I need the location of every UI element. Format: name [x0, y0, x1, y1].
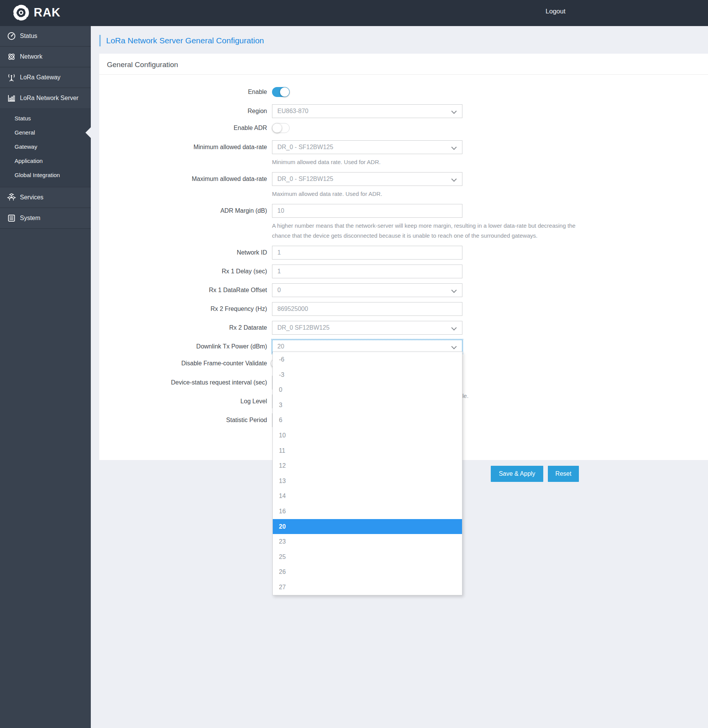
dropdown-option-selected[interactable]: 20 — [273, 519, 462, 534]
dropdown-option[interactable]: 6 — [273, 412, 462, 428]
chevron-down-icon — [451, 176, 457, 182]
network-id-label: Network ID — [99, 246, 272, 260]
dropdown-option[interactable]: 26 — [273, 564, 462, 580]
dropdown-option[interactable]: 14 — [273, 488, 462, 504]
sidebar-item-system[interactable]: System — [0, 208, 91, 229]
top-bar: RAK Logout — [0, 0, 708, 26]
sidebar-item-status[interactable]: Status — [0, 26, 91, 47]
max-datarate-value: DR_0 - SF12BW125 — [277, 176, 333, 182]
dropdown-option[interactable]: 27 — [273, 580, 462, 595]
row-enable-adr: Enable ADR — [99, 123, 708, 133]
row-min-datarate: Minimum allowed data-rate DR_0 - SF12BW1… — [99, 140, 708, 167]
dropdown-option[interactable]: 12 — [273, 458, 462, 473]
row-network-id: Network ID 1 — [99, 246, 708, 260]
chevron-down-icon — [451, 108, 457, 114]
submenu-item-status[interactable]: Status — [0, 111, 91, 125]
atom-icon — [7, 53, 16, 61]
reset-button[interactable]: Reset — [548, 466, 579, 482]
dropdown-option[interactable]: 25 — [273, 549, 462, 565]
log-level-label: Log Level — [99, 394, 272, 408]
sidebar-item-label: LoRa Gateway — [20, 74, 61, 81]
sidebar-item-lora-gateway[interactable]: LoRa Gateway — [0, 67, 91, 88]
max-datarate-label: Maximum allowed data-rate — [99, 172, 272, 199]
dropdown-option[interactable]: 10 — [273, 428, 462, 443]
max-datarate-helper: Maximum allowed data rate. Used for ADR. — [272, 189, 462, 199]
rx1-delay-input[interactable]: 1 — [272, 265, 462, 278]
enable-adr-toggle[interactable] — [272, 123, 290, 133]
device-status-interval-label: Device-status request interval (sec) — [99, 376, 272, 389]
dropdown-option[interactable]: 16 — [273, 504, 462, 519]
row-adr-margin: ADR Margin (dB) 10 A higher number means… — [99, 204, 708, 241]
dropdown-option[interactable]: 13 — [273, 473, 462, 489]
region-select[interactable]: EU863-870 — [272, 104, 462, 118]
sidebar-item-label: Status — [20, 33, 37, 39]
card-title: General Configuration — [99, 54, 708, 74]
chevron-down-icon — [451, 145, 457, 150]
dropdown-option[interactable]: 0 — [273, 382, 462, 398]
sidebar-item-label: System — [20, 215, 40, 222]
logout-button[interactable]: Logout — [546, 8, 565, 15]
row-region: Region EU863-870 — [99, 104, 708, 118]
antenna-icon — [7, 73, 16, 82]
statistic-period-label: Statistic Period — [99, 413, 272, 427]
min-datarate-helper: Minimum allowed data rate. Used for ADR. — [272, 157, 462, 167]
toggle-knob — [272, 123, 282, 133]
rx1-dr-offset-label: Rx 1 DataRate Offset — [99, 283, 272, 297]
sidebar-item-label: LoRa Network Server — [20, 95, 79, 102]
submenu-item-label: General — [15, 129, 35, 136]
adr-margin-value: 10 — [277, 207, 284, 214]
rx2-datarate-value: DR_0 SF12BW125 — [277, 324, 329, 331]
submenu-item-general[interactable]: General — [0, 125, 91, 140]
max-datarate-select[interactable]: DR_0 - SF12BW125 — [272, 172, 462, 186]
page-title-text: LoRa Network Server General Configuratio… — [106, 36, 264, 45]
submenu-item-application[interactable]: Application — [0, 154, 91, 168]
rx1-dr-offset-select[interactable]: 0 — [272, 283, 462, 297]
sidebar-item-network[interactable]: Network — [0, 47, 91, 67]
dropdown-option[interactable]: 23 — [273, 534, 462, 549]
brand-name: RAK — [34, 6, 61, 20]
adr-margin-label: ADR Margin (dB) — [99, 204, 272, 241]
save-apply-button[interactable]: Save & Apply — [491, 466, 543, 482]
rx2-datarate-select[interactable]: DR_0 SF12BW125 — [272, 321, 462, 335]
active-item-arrow — [85, 127, 91, 138]
region-value: EU863-870 — [277, 108, 308, 114]
submenu-item-global-integration[interactable]: Global Integration — [0, 168, 91, 182]
adr-margin-input[interactable]: 10 — [272, 204, 462, 218]
row-max-datarate: Maximum allowed data-rate DR_0 - SF12BW1… — [99, 172, 708, 199]
submenu-item-label: Application — [15, 158, 43, 164]
min-datarate-label: Minimum allowed data-rate — [99, 140, 272, 167]
chevron-down-icon — [451, 325, 457, 330]
rx2-frequency-value: 869525000 — [277, 306, 308, 312]
dropdown-option[interactable]: 3 — [273, 398, 462, 413]
downlink-tx-power-value: 20 — [277, 343, 284, 350]
region-label: Region — [99, 104, 272, 118]
row-enable: Enable — [99, 87, 708, 97]
submenu-item-gateway[interactable]: Gateway — [0, 140, 91, 154]
rx2-frequency-input[interactable]: 869525000 — [272, 302, 462, 316]
enable-toggle[interactable] — [272, 87, 290, 97]
adr-margin-helper: A higher number means that the network-s… — [272, 221, 577, 241]
dropdown-option[interactable]: -6 — [273, 352, 462, 367]
lora-network-server-submenu: Status General Gateway Application Globa… — [0, 108, 91, 187]
sidebar-item-label: Services — [20, 194, 43, 201]
chevron-down-icon — [451, 344, 457, 349]
submenu-item-label: Status — [15, 115, 31, 122]
gauge-icon — [7, 32, 16, 40]
network-id-input[interactable]: 1 — [272, 246, 462, 260]
server-icon — [7, 214, 16, 222]
title-accent-bar — [99, 35, 101, 46]
min-datarate-select[interactable]: DR_0 - SF12BW125 — [272, 140, 462, 154]
network-id-value: 1 — [277, 249, 281, 256]
sidebar-item-lora-network-server[interactable]: LoRa Network Server — [0, 88, 91, 108]
cubes-icon — [7, 193, 16, 202]
rx1-delay-value: 1 — [277, 268, 281, 274]
app-root: RAK Logout Status Netw — [0, 0, 708, 728]
enable-label: Enable — [99, 87, 272, 97]
sidebar-item-services[interactable]: Services — [0, 187, 91, 208]
rx1-dr-offset-value: 0 — [277, 287, 281, 293]
row-rx1-dr-offset: Rx 1 DataRate Offset 0 — [99, 283, 708, 297]
dropdown-option[interactable]: -3 — [273, 367, 462, 383]
page-title: LoRa Network Server General Configuratio… — [99, 35, 264, 46]
sidebar-item-label: Network — [20, 53, 43, 60]
dropdown-option[interactable]: 11 — [273, 443, 462, 458]
